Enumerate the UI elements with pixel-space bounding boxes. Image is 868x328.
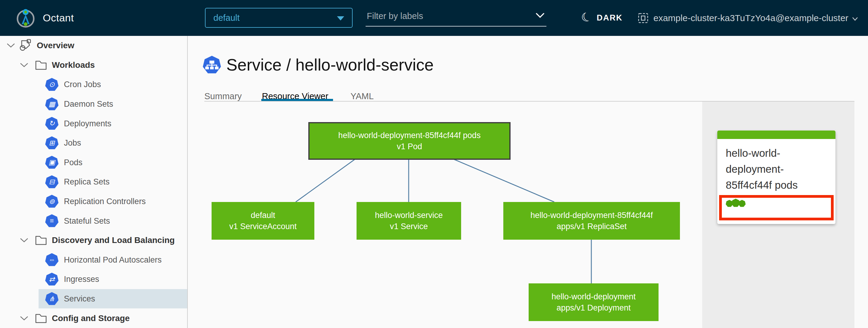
sidebar-item-horizontal-pod-autoscalers[interactable]: ⇔ Horizontal Pod Autoscalers (0, 250, 187, 270)
replicationcontroller-icon: ⊚ (45, 195, 59, 208)
cluster-name: example-cluster-ka3TuTzYo4a@example-clus… (653, 13, 848, 23)
moon-icon: ☾ (579, 9, 594, 25)
sidebar-group-discovery-and-load-balancing[interactable]: Discovery and Load Balancing (0, 231, 187, 250)
graph-node-pod[interactable]: hello-world-deployment-85ff4cf44f pods v… (308, 122, 510, 160)
sidebar-item-stateful-sets[interactable]: ≡ Stateful Sets (0, 211, 187, 231)
deployment-icon: ↻ (45, 117, 59, 130)
tab-yaml[interactable]: YAML (350, 91, 374, 101)
chevron-down-icon[interactable] (20, 63, 28, 67)
graph-node-serviceaccount[interactable]: default v1 ServiceAccount (212, 202, 314, 240)
ingress-icon: ⇄ (45, 272, 59, 286)
folder-icon (35, 313, 47, 324)
cluster-selector[interactable]: example-cluster-ka3TuTzYo4a@example-clus… (638, 0, 858, 36)
sidebar-item-replica-sets[interactable]: ⊟ Replica Sets (0, 172, 187, 192)
chevron-down-icon[interactable] (20, 238, 28, 243)
service-icon: ⋔ (45, 292, 59, 305)
chevron-down-icon[interactable] (535, 13, 545, 20)
graph-node-deployment[interactable]: hello-world-deployment apps/v1 Deploymen… (529, 284, 658, 321)
node-preview-panel: hello-world-deployment-85ff4cf44f pods (702, 101, 855, 328)
resource-graph: hello-world-deployment-85ff4cf44f pods v… (188, 101, 702, 328)
graph-node-replicaset[interactable]: hello-world-deployment-85ff4cf44f apps/v… (503, 202, 680, 240)
folder-icon (35, 60, 47, 70)
pod-status-highlight-box[interactable] (719, 195, 834, 220)
hpa-icon: ⇔ (45, 253, 59, 267)
cluster-icon (638, 12, 649, 24)
objects-icon (19, 38, 33, 53)
namespace-select[interactable]: default (205, 8, 352, 28)
main-content: Service / hello-world-service Summary Re… (188, 36, 868, 328)
statefulset-icon: ≡ (45, 214, 59, 228)
cronjob-icon: ⊙ (45, 78, 59, 91)
pod-icon: ▣ (45, 156, 59, 169)
app-title: Octant (43, 0, 74, 36)
selected-node-card[interactable]: hello-world-deployment-85ff4cf44f pods (717, 130, 835, 224)
sidebar-item-deployments[interactable]: ↻ Deployments (0, 114, 187, 133)
service-icon (203, 56, 221, 74)
tab-summary[interactable]: Summary (204, 91, 242, 101)
sidebar-group-config-and-storage[interactable]: Config and Storage (0, 308, 187, 328)
namespace-select-value: default (213, 8, 240, 27)
app-header: Octant default ☾ DARK example-cluster-ka… (0, 0, 868, 36)
sidebar-group-workloads[interactable]: Workloads (0, 56, 187, 75)
sidebar-navigation: Overview Workloads ⊙ Cron Jobs ▦ Daemon … (0, 36, 188, 328)
sidebar-item-pods[interactable]: ▣ Pods (0, 153, 187, 173)
job-icon: ⊞ (45, 136, 59, 150)
selected-node-title: hello-world-deployment-85ff4cf44f pods (726, 145, 828, 193)
caret-down-icon (337, 16, 344, 21)
octant-logo-icon (16, 8, 36, 28)
chevron-down-icon[interactable] (7, 43, 15, 48)
active-tab-underline (261, 99, 333, 101)
label-filter-input[interactable] (366, 11, 523, 21)
daemonset-icon: ▦ (45, 97, 59, 111)
graph-node-service[interactable]: hello-world-service v1 Service (356, 202, 461, 240)
page-title: Service / hello-world-service (226, 55, 434, 74)
card-status-bar (717, 130, 835, 139)
sidebar-item-cron-jobs[interactable]: ⊙ Cron Jobs (0, 75, 187, 94)
sidebar-item-services[interactable]: ⋔ Services (0, 289, 187, 309)
sidebar-item-overview[interactable]: Overview (0, 36, 187, 56)
sidebar-item-replication-controllers[interactable]: ⊚ Replication Controllers (0, 192, 187, 211)
pod-dot-icon (738, 200, 746, 207)
dark-mode-toggle[interactable]: ☾ DARK (581, 0, 623, 36)
sidebar-item-jobs[interactable]: ⊞ Jobs (0, 133, 187, 153)
pod-dot-icon (732, 199, 740, 207)
chevron-down-icon[interactable] (20, 316, 28, 321)
chevron-down-icon (852, 17, 858, 21)
folder-icon (35, 235, 47, 245)
sidebar-item-ingresses[interactable]: ⇄ Ingresses (0, 270, 187, 289)
dark-mode-label: DARK (597, 13, 623, 23)
label-filter[interactable] (366, 8, 547, 27)
sidebar-item-daemon-sets[interactable]: ▦ Daemon Sets (0, 94, 187, 114)
replicaset-icon: ⊟ (45, 175, 59, 188)
